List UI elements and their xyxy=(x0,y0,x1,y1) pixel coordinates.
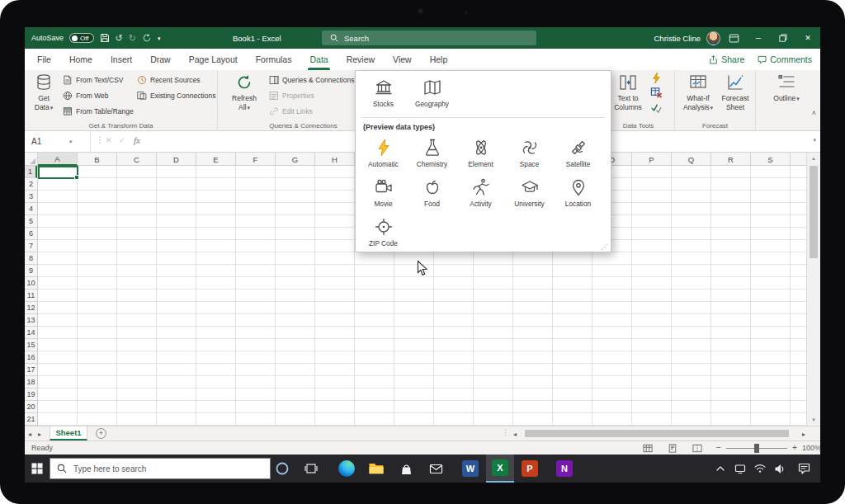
titlebar-search[interactable] xyxy=(322,31,536,45)
column-header[interactable]: R xyxy=(711,153,751,166)
row-header[interactable]: 16 xyxy=(25,351,37,364)
horizontal-scrollbar[interactable] xyxy=(523,430,797,437)
tab-file[interactable]: File xyxy=(28,49,60,70)
horizontal-scroll-thumb[interactable] xyxy=(525,430,789,437)
volume-tray-button[interactable] xyxy=(771,455,789,483)
powerpoint-button[interactable]: P xyxy=(516,455,544,483)
tab-formulas[interactable]: Formulas xyxy=(247,49,301,70)
from-text-csv-button[interactable]: From Text/CSV xyxy=(63,72,134,87)
share-button[interactable]: Share xyxy=(709,54,744,64)
row-header[interactable]: 15 xyxy=(25,339,37,351)
page-layout-view-button[interactable] xyxy=(665,443,680,454)
name-box-chevron-icon[interactable]: ▾ xyxy=(69,139,73,145)
row-header[interactable]: 18 xyxy=(25,376,37,389)
resize-handle-icon[interactable]: ⋰ xyxy=(601,243,608,251)
display-tray-button[interactable] xyxy=(731,455,749,483)
page-break-view-button[interactable] xyxy=(690,443,705,454)
taskbar-search-input[interactable] xyxy=(73,464,247,473)
datatype-university[interactable]: University xyxy=(505,174,554,214)
file-explorer-button[interactable] xyxy=(362,455,390,483)
from-table-range-button[interactable]: From Table/Range xyxy=(63,103,134,119)
what-if-analysis-button[interactable]: What-If Analysis▾ xyxy=(680,72,716,118)
hscroll-left-icon[interactable]: ◂ xyxy=(513,426,517,441)
user-name[interactable]: Christie Cline xyxy=(654,34,701,43)
close-button[interactable]: ✕ xyxy=(795,27,820,49)
redo-icon[interactable]: ↻ xyxy=(129,34,136,43)
column-header[interactable]: S xyxy=(751,153,791,166)
titlebar-search-input[interactable] xyxy=(344,34,509,43)
from-web-button[interactable]: From Web xyxy=(63,87,134,103)
get-data-button[interactable]: Get Data▾ xyxy=(28,72,59,118)
vertical-scrollbar[interactable]: ▴ ▾ xyxy=(806,153,820,426)
task-view-button[interactable] xyxy=(297,455,325,483)
splitter-grip-icon[interactable]: ⋮ xyxy=(502,428,507,436)
normal-view-button[interactable] xyxy=(640,443,655,454)
row-header[interactable]: 3 xyxy=(25,191,37,203)
recent-sources-button[interactable]: Recent Sources xyxy=(137,72,215,87)
zoom-in-button[interactable]: + xyxy=(792,443,797,452)
mail-button[interactable] xyxy=(422,455,450,483)
text-to-columns-button[interactable]: Text to Columns xyxy=(612,72,644,118)
tab-page-layout[interactable]: Page Layout xyxy=(180,49,247,70)
data-validation-icon[interactable] xyxy=(650,101,663,114)
datatype-stocks[interactable]: Stocks xyxy=(359,74,408,114)
selected-cell-A1[interactable] xyxy=(38,166,78,179)
save-icon[interactable] xyxy=(100,33,110,43)
row-header[interactable]: 21 xyxy=(25,413,37,426)
tab-help[interactable]: Help xyxy=(421,49,457,70)
restore-button[interactable] xyxy=(771,27,795,49)
zoom-slider-thumb[interactable] xyxy=(754,444,759,453)
row-header[interactable]: 10 xyxy=(25,277,37,290)
sheet-tab-sheet1[interactable]: Sheet1 xyxy=(50,426,87,440)
scroll-up-icon[interactable]: ▴ xyxy=(807,153,820,164)
datatype-space[interactable]: Space xyxy=(505,134,554,174)
row-header[interactable]: 7 xyxy=(25,240,37,252)
name-box[interactable]: ▾ xyxy=(25,131,91,152)
start-button[interactable] xyxy=(25,455,50,483)
hscroll-right-icon[interactable]: ▸ xyxy=(802,426,805,441)
user-avatar[interactable] xyxy=(706,31,720,45)
column-header[interactable]: P xyxy=(632,153,672,166)
datatype-satellite[interactable]: Satellite xyxy=(554,134,602,174)
tab-view[interactable]: View xyxy=(384,49,421,70)
tab-insert[interactable]: Insert xyxy=(101,49,141,70)
edge-button[interactable] xyxy=(333,455,361,483)
zoom-out-button[interactable]: − xyxy=(716,443,721,452)
network-tray-button[interactable] xyxy=(751,455,769,483)
onenote-button[interactable]: N xyxy=(550,455,578,483)
tab-data[interactable]: Data xyxy=(300,49,337,70)
datatype-geography[interactable]: Geography xyxy=(408,74,456,114)
row-header[interactable]: 4 xyxy=(25,203,37,215)
datatype-location[interactable]: Location xyxy=(554,174,602,214)
tray-expand-button[interactable] xyxy=(711,455,729,483)
datatype-activity[interactable]: Activity xyxy=(456,174,505,214)
formula-bar-expand-icon[interactable]: ▾ xyxy=(813,137,816,144)
column-header[interactable]: C xyxy=(117,153,157,166)
autosave-toggle[interactable]: Off xyxy=(69,33,94,43)
row-header[interactable]: 19 xyxy=(25,389,37,401)
column-header[interactable]: B xyxy=(78,153,117,166)
outline-button[interactable]: Outline▾ xyxy=(767,72,805,118)
name-box-input[interactable] xyxy=(25,137,69,146)
row-header[interactable]: 6 xyxy=(25,228,37,240)
forecast-sheet-button[interactable]: Forecast Sheet xyxy=(718,72,753,118)
datatype-element[interactable]: Element xyxy=(456,134,505,174)
ribbon-display-options-icon[interactable] xyxy=(729,33,739,44)
cortana-button[interactable] xyxy=(268,455,296,483)
column-header[interactable]: A xyxy=(38,153,78,166)
collapse-ribbon-button[interactable]: ˄ xyxy=(812,109,816,117)
row-header[interactable]: 2 xyxy=(25,178,37,191)
word-button[interactable]: W xyxy=(456,455,484,483)
select-all-button[interactable] xyxy=(25,153,38,166)
taskbar-search[interactable] xyxy=(50,458,271,479)
column-header[interactable]: H xyxy=(315,153,355,166)
column-header[interactable]: Q xyxy=(672,153,711,166)
sheet-nav-right-icon[interactable]: ▸ xyxy=(38,426,41,441)
sheet-nav-left-icon[interactable]: ◂ xyxy=(28,426,31,441)
datatype-food[interactable]: Food xyxy=(408,174,456,214)
column-header[interactable]: F xyxy=(236,153,276,166)
existing-connections-button[interactable]: Existing Connections xyxy=(137,87,215,103)
row-header[interactable]: 14 xyxy=(25,327,37,339)
tab-review[interactable]: Review xyxy=(338,49,384,70)
action-center-button[interactable] xyxy=(792,455,815,483)
